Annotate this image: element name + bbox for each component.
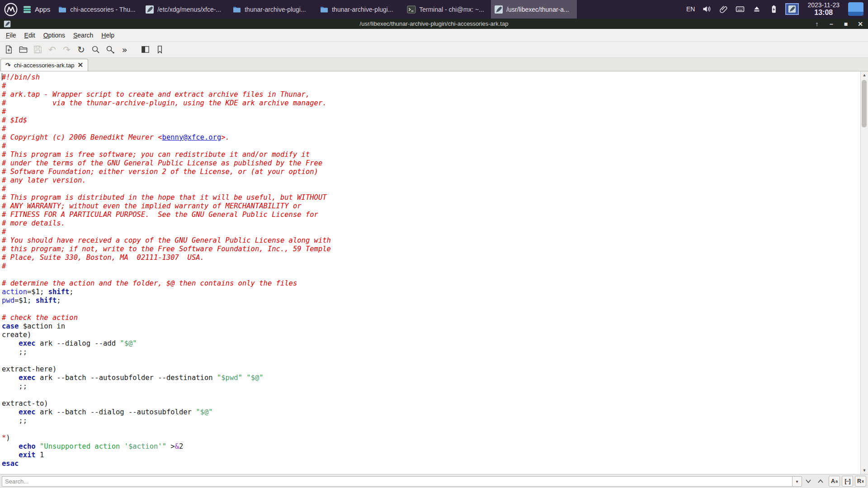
code-line: # determine the action and the folder, $…	[2, 279, 860, 288]
folder-icon	[320, 5, 329, 14]
code-line: #!/bin/sh	[2, 73, 860, 82]
mx-start-icon[interactable]	[4, 2, 18, 17]
scrollbar-thumb[interactable]	[862, 80, 867, 127]
code-line: #	[2, 185, 860, 193]
code-line: ;;	[2, 348, 860, 357]
code-line: #	[2, 125, 860, 133]
menubar: FileEditOptionsSearchHelp	[0, 29, 868, 42]
window-button-label: thunar-archive-plugi...	[332, 6, 393, 13]
tab-bar: ↷ chi-accessories-ark.tap ✕	[0, 58, 868, 71]
code-line: # via the thunar-archive-plugin, using t…	[2, 99, 860, 108]
code-line	[2, 305, 860, 314]
eject-icon[interactable]	[752, 4, 762, 14]
code-line: exec ark --batch --autosubfolder --desti…	[2, 374, 860, 382]
search-input[interactable]	[2, 476, 792, 487]
scroll-down-icon[interactable]: ▼	[861, 467, 868, 474]
minimize-button[interactable]: –	[827, 20, 835, 28]
roll-up-button[interactable]: ↑	[813, 20, 821, 28]
save-icon	[31, 43, 44, 56]
close-button[interactable]: ✕	[856, 20, 864, 28]
regex-toggle[interactable]: Rx	[855, 476, 866, 487]
scrollbar-track[interactable]	[861, 79, 868, 467]
menu-search[interactable]: Search	[69, 30, 97, 41]
code-line: esac	[2, 460, 860, 468]
replace-icon[interactable]	[104, 43, 117, 56]
code-line: # FITNESS FOR A PARTICULAR PURPOSE. See …	[2, 211, 860, 219]
menu-file[interactable]: File	[2, 30, 20, 41]
find-next-button[interactable]	[802, 476, 814, 487]
clock[interactable]: 2023-11-23 13:08	[807, 1, 840, 17]
code-line: # You should have received a copy of the…	[2, 236, 860, 245]
match-case-toggle[interactable]: Aa	[829, 476, 840, 487]
open-icon[interactable]	[17, 43, 30, 56]
terminal-icon	[407, 5, 416, 14]
code-text[interactable]: #!/bin/sh## ark.tap - Wrapper script to …	[0, 71, 860, 474]
code-line: # ark.tap - Wrapper script to create and…	[2, 90, 860, 99]
taskbar-window-button-1[interactable]: chi-accessories - Thu...	[55, 0, 141, 19]
taskbar-window-button-5[interactable]: Terminal - chi@mx: ~...	[404, 0, 490, 19]
code-line: # more details.	[2, 219, 860, 228]
tab-chi-accessories-ark[interactable]: ↷ chi-accessories-ark.tap ✕	[0, 59, 88, 71]
code-line	[2, 391, 860, 399]
jump-icon[interactable]: »	[118, 43, 131, 56]
window-button-label: /usr/libexec/thunar-a...	[506, 6, 569, 13]
code-line: #	[2, 228, 860, 236]
keyboard-layout-indicator[interactable]: EN	[686, 5, 695, 13]
code-line: ;;	[2, 417, 860, 425]
taskbar-window-button-2[interactable]: /etc/xdg/menus/xfce-...	[142, 0, 228, 19]
maximize-button[interactable]: ■	[842, 20, 850, 28]
volume-icon[interactable]	[702, 4, 712, 14]
taskbar: Apps chi-accessories - Thu.../etc/xdg/me…	[0, 0, 868, 19]
bookmark-icon[interactable]	[153, 43, 166, 56]
code-line: # Software Foundation; either version 2 …	[2, 168, 860, 176]
taskbar-window-button-4[interactable]: thunar-archive-plugi...	[316, 0, 402, 19]
paperclip-icon[interactable]	[718, 4, 728, 14]
editor-area[interactable]: #!/bin/sh## ark.tap - Wrapper script to …	[0, 71, 868, 474]
apps-label: Apps	[35, 5, 50, 13]
code-line: # This program is distributed in the hop…	[2, 193, 860, 202]
code-line: exit 1	[2, 451, 860, 460]
search-history-dropdown[interactable]: ▾	[792, 476, 802, 487]
code-line	[2, 357, 860, 365]
whole-word-toggle[interactable]: [··]	[842, 476, 853, 487]
show-desktop-icon[interactable]	[848, 2, 863, 16]
code-line: #	[2, 262, 860, 271]
folder-icon	[232, 5, 241, 14]
menu-options[interactable]: Options	[39, 30, 69, 41]
code-line: exec ark --dialog --add "$@"	[2, 339, 860, 348]
sidepane-icon[interactable]	[139, 43, 152, 56]
code-line: # Place, Suite 330, Boston, MA 02111-130…	[2, 253, 860, 262]
undo-icon: ↶	[46, 43, 59, 56]
battery-icon[interactable]	[769, 4, 778, 14]
window-button-label: Terminal - chi@mx: ~...	[419, 6, 484, 13]
keyboard-icon[interactable]	[735, 4, 745, 14]
folder-icon	[58, 5, 67, 14]
code-line: # check the action	[2, 314, 860, 322]
scroll-up-icon[interactable]: ▲	[861, 71, 868, 79]
code-line: echo "Unsupported action '$action'" >&2	[2, 442, 860, 451]
window-titlebar[interactable]: /usr/libexec/thunar-archive-plugin/chi-a…	[0, 19, 868, 29]
code-line: # ANY WARRANTY; without even the implied…	[2, 202, 860, 211]
code-line: ;;	[2, 382, 860, 391]
code-line: case $action in	[2, 322, 860, 331]
window-preview-icon[interactable]	[785, 3, 799, 15]
vertical-scrollbar[interactable]: ▲ ▼	[860, 71, 868, 474]
tab-close-icon[interactable]: ✕	[77, 61, 83, 69]
code-line: # this program; if not, write to the Fre…	[2, 245, 860, 253]
reload-icon[interactable]: ↻	[75, 43, 88, 56]
tab-label: chi-accessories-ark.tap	[14, 62, 75, 69]
apps-menu-button[interactable]: Apps	[20, 0, 55, 19]
code-line: #	[2, 82, 860, 90]
code-line	[2, 425, 860, 434]
taskbar-window-button-3[interactable]: thunar-archive-plugi...	[229, 0, 315, 19]
feather-icon	[145, 5, 154, 14]
find-previous-button[interactable]	[814, 476, 826, 487]
new-icon[interactable]	[2, 43, 15, 56]
window-button-label: chi-accessories - Thu...	[70, 6, 135, 13]
menu-help[interactable]: Help	[97, 30, 118, 41]
taskbar-window-button-6[interactable]: /usr/libexec/thunar-a...	[491, 0, 577, 19]
code-line: exec ark --batch --dialog --autosubfolde…	[2, 408, 860, 417]
search-icon[interactable]	[89, 43, 102, 56]
code-line	[2, 271, 860, 279]
menu-edit[interactable]: Edit	[20, 30, 39, 41]
